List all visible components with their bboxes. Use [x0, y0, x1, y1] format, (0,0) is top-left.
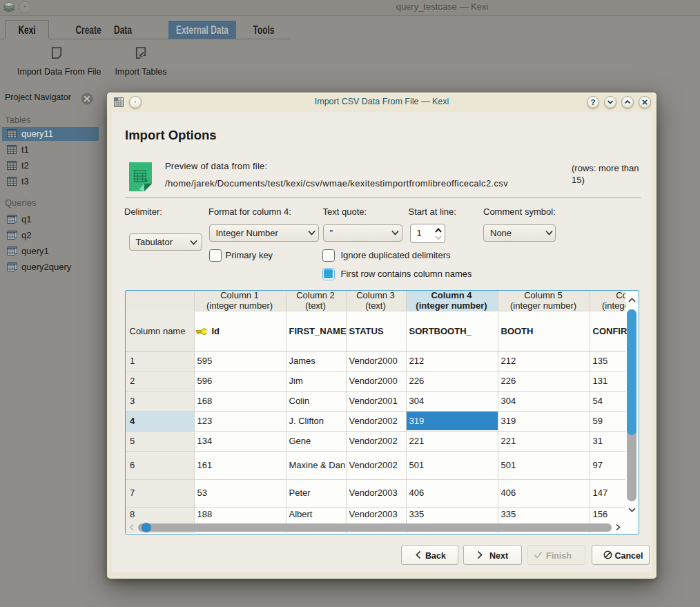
svg-text:?: ?: [590, 97, 595, 106]
